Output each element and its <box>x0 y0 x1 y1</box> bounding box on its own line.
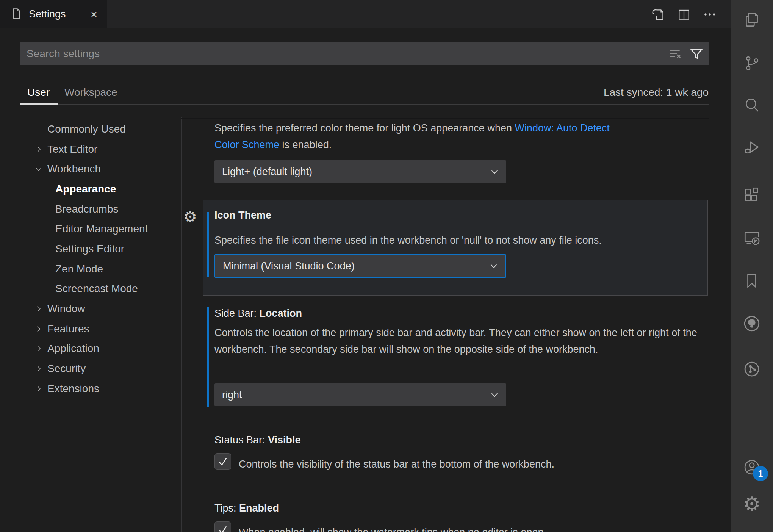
chevron-right-icon <box>34 344 43 353</box>
toc-item-text-editor[interactable]: Text Editor <box>0 139 178 159</box>
setting-title: Icon Theme <box>214 210 271 221</box>
settings-list-top-border <box>181 118 709 119</box>
toc-item-extensions[interactable]: Extensions <box>0 379 178 399</box>
editor-actions <box>650 5 718 23</box>
toc-item-appearance[interactable]: Appearance <box>0 179 178 199</box>
github-icon[interactable] <box>742 314 761 333</box>
setting-title: Tips: Enabled <box>214 502 279 514</box>
sidebar-location-dropdown[interactable]: right <box>214 383 506 406</box>
tab-title: Settings <box>29 8 66 20</box>
run-and-debug-icon[interactable] <box>742 138 761 157</box>
toc-item-zen-mode[interactable]: Zen Mode <box>0 259 178 279</box>
editor-tab-bar: Settings × <box>0 0 731 28</box>
remote-explorer-icon[interactable] <box>742 228 761 247</box>
chevron-down-icon <box>489 389 500 401</box>
chevron-down-icon <box>489 166 500 177</box>
search-input[interactable]: Search settings <box>27 48 666 60</box>
setting-description: Controls the location of the primary sid… <box>214 324 703 358</box>
toc-item-security[interactable]: Security <box>0 359 178 379</box>
setting-gear-icon[interactable]: ⚙ <box>183 209 197 224</box>
activity-bar: 1 ⚙ <box>731 0 773 532</box>
toc-item-commonly-used[interactable]: Commonly Used <box>0 119 178 139</box>
last-synced-label: Last synced: 1 wk ago <box>604 86 709 99</box>
modified-indicator <box>207 307 209 407</box>
statusbar-visible-checkbox[interactable] <box>214 453 231 470</box>
extensions-icon[interactable] <box>742 185 761 204</box>
manage-gear-icon[interactable]: ⚙ <box>742 494 761 513</box>
settings-tab[interactable]: Settings × <box>0 0 107 28</box>
settings-link[interactable]: Color Scheme <box>214 139 279 150</box>
chevron-right-icon <box>34 384 43 393</box>
settings-scope-switcher: User Workspace Last synced: 1 wk ago <box>20 80 709 106</box>
setting-preferred-light-color-theme: Specifies the preferred color theme for … <box>214 120 707 153</box>
source-control-icon[interactable] <box>742 54 761 73</box>
icon-theme-dropdown[interactable]: Minimal (Visual Studio Code) <box>214 254 506 278</box>
setting-title: Side Bar: Location <box>214 308 302 319</box>
chevron-down-icon <box>34 164 43 174</box>
chevron-down-icon <box>488 260 499 272</box>
toc-item-features[interactable]: Features <box>0 319 178 339</box>
setting-description: When enabled, will show the watermark ti… <box>239 524 705 532</box>
scope-divider <box>20 104 709 105</box>
vscode-settings-window: Settings × Search setting <box>0 0 773 532</box>
settings-link[interactable]: Window: Auto Detect <box>515 122 610 134</box>
clear-search-input-icon[interactable] <box>666 45 684 63</box>
tips-enabled-checkbox[interactable] <box>214 521 231 532</box>
toc-item-workbench[interactable]: Workbench <box>0 159 178 179</box>
toc-item-editor-management[interactable]: Editor Management <box>0 219 178 239</box>
source-control-graph-icon[interactable] <box>742 360 761 379</box>
user-tab-underline <box>20 103 58 105</box>
accounts-badge: 1 <box>753 466 768 481</box>
setting-description: Controls the visibility of the status ba… <box>239 456 705 473</box>
split-editor-icon[interactable] <box>676 6 692 22</box>
tab-user[interactable]: User <box>27 86 50 99</box>
filter-settings-icon[interactable] <box>687 45 706 63</box>
chevron-right-icon <box>34 364 43 373</box>
explorer-icon[interactable] <box>742 10 761 29</box>
settings-toc: Commonly Used Text Editor Workbench Appe… <box>0 114 181 532</box>
chevron-right-icon <box>34 324 43 333</box>
toc-item-screencast-mode[interactable]: Screencast Mode <box>0 279 178 299</box>
chevron-right-icon <box>34 145 43 154</box>
toc-item-window[interactable]: Window <box>0 299 178 319</box>
more-actions-icon[interactable] <box>702 6 718 22</box>
setting-title: Status Bar: Visible <box>214 434 301 446</box>
toc-item-settings-editor[interactable]: Settings Editor <box>0 239 178 259</box>
light-color-theme-dropdown[interactable]: Light+ (default light) <box>214 160 506 183</box>
search-icon[interactable] <box>742 96 761 115</box>
bookmarks-icon[interactable] <box>742 271 761 290</box>
modified-indicator <box>207 212 209 277</box>
file-icon <box>10 7 23 22</box>
setting-description: Specifies the file icon theme used in th… <box>214 232 703 249</box>
tab-workspace[interactable]: Workspace <box>64 86 117 99</box>
setting-description: Specifies the preferred color theme for … <box>214 120 707 153</box>
tab-close-icon[interactable]: × <box>86 7 102 22</box>
open-settings-json-icon[interactable] <box>650 6 666 22</box>
toc-item-application[interactable]: Application <box>0 339 178 358</box>
chevron-right-icon <box>34 304 43 313</box>
settings-search-bar[interactable]: Search settings <box>20 42 709 65</box>
toc-item-breadcrumbs[interactable]: Breadcrumbs <box>0 199 178 219</box>
settings-list: Specifies the preferred color theme for … <box>181 114 731 532</box>
